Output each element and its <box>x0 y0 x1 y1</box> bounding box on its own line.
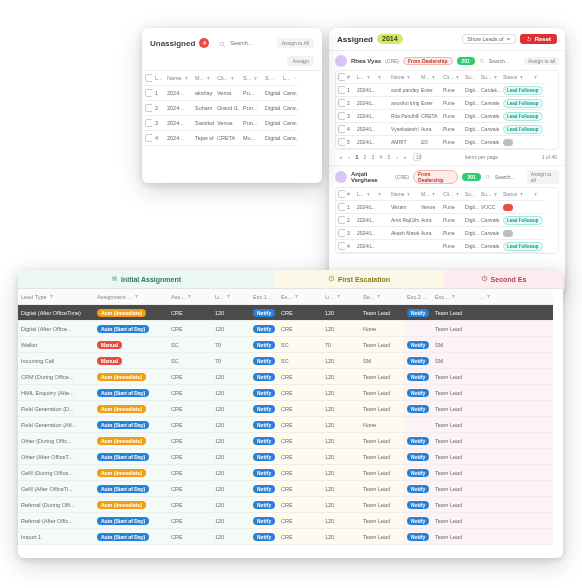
column-header[interactable]: # <box>345 71 355 84</box>
notify-badge[interactable]: Notify <box>407 405 429 413</box>
column-header[interactable]: Name <box>164 71 192 86</box>
column-header[interactable]: So... <box>463 71 479 84</box>
filter-icon[interactable] <box>230 76 235 81</box>
column-header[interactable]: M... <box>419 71 441 84</box>
filter-icon[interactable] <box>336 294 341 299</box>
checkbox[interactable] <box>338 190 345 198</box>
filter-icon[interactable] <box>431 75 436 80</box>
notify-badge[interactable]: Notify <box>407 469 429 477</box>
column-header[interactable]: S... <box>262 71 280 86</box>
cre-search-input[interactable] <box>495 174 523 180</box>
column-header[interactable]: Se... <box>360 289 390 305</box>
cre-search-input[interactable] <box>489 58 517 64</box>
filter-icon[interactable] <box>455 192 460 197</box>
filter-icon[interactable] <box>253 76 258 81</box>
column-header[interactable]: Lead Type <box>18 289 94 305</box>
notify-badge[interactable]: Notify <box>253 389 275 397</box>
filter-icon[interactable] <box>366 192 371 197</box>
pager-buttons[interactable]: «‹12345›»10 <box>337 153 421 161</box>
column-header[interactable]: M... <box>192 71 214 86</box>
column-header[interactable]: Su... <box>479 188 501 201</box>
column-header[interactable]: L... <box>152 71 164 86</box>
checkbox[interactable] <box>145 89 152 97</box>
filter-icon[interactable] <box>226 294 231 299</box>
notify-badge[interactable]: Notify <box>407 517 429 525</box>
notify-badge[interactable]: Notify <box>407 485 429 493</box>
assign-to-all-button[interactable]: Assign to all <box>524 57 559 65</box>
filter-icon[interactable] <box>184 76 189 81</box>
checkbox[interactable] <box>338 203 345 211</box>
column-header[interactable]: S... <box>240 71 262 86</box>
assign-to-all-button[interactable]: Assign to All <box>277 38 314 48</box>
filter-icon[interactable] <box>406 75 411 80</box>
filter-icon[interactable] <box>406 192 411 197</box>
checkbox[interactable] <box>338 216 345 224</box>
filter-icon[interactable] <box>493 192 498 197</box>
notify-badge[interactable]: Notify <box>407 389 429 397</box>
filter-icon[interactable] <box>533 192 538 197</box>
filter-icon[interactable] <box>533 75 538 80</box>
notify-badge[interactable]: Notify <box>253 325 275 333</box>
column-header[interactable]: # <box>345 188 355 201</box>
unassigned-search-input[interactable] <box>230 40 272 46</box>
filter-icon[interactable] <box>451 294 456 299</box>
filter-icon[interactable] <box>187 294 192 299</box>
column-header[interactable] <box>375 71 389 84</box>
filter-icon[interactable] <box>377 75 382 80</box>
column-header[interactable]: Esc.2 ... <box>404 289 432 305</box>
column-header[interactable]: Su... <box>479 71 501 84</box>
column-header[interactable]: L... <box>355 188 375 201</box>
checkbox[interactable] <box>338 125 345 133</box>
column-header[interactable] <box>198 289 212 305</box>
column-header[interactable] <box>308 289 322 305</box>
column-header[interactable] <box>375 188 389 201</box>
filter-icon[interactable] <box>519 192 524 197</box>
notify-badge[interactable]: Notify <box>407 501 429 509</box>
filter-icon[interactable] <box>376 294 381 299</box>
filter-icon[interactable] <box>493 75 498 80</box>
checkbox[interactable] <box>338 112 345 120</box>
notify-badge[interactable]: Notify <box>407 453 429 461</box>
notify-badge[interactable]: Notify <box>253 485 275 493</box>
column-header[interactable]: Ass... <box>168 289 198 305</box>
reset-button[interactable]: Reset <box>520 34 557 44</box>
column-header[interactable]: L... <box>280 71 298 86</box>
notify-badge[interactable]: Notify <box>253 373 275 381</box>
assign-to-all-button[interactable]: Assign to all <box>527 170 559 184</box>
filter-icon[interactable] <box>486 294 491 299</box>
filter-icon[interactable] <box>275 76 277 81</box>
checkbox[interactable] <box>145 119 152 127</box>
assign-button[interactable]: Assign <box>287 56 314 66</box>
column-header[interactable]: L... <box>355 71 375 84</box>
filter-icon[interactable] <box>519 75 524 80</box>
column-header[interactable]: Li... <box>322 289 346 305</box>
column-header[interactable]: Status <box>501 188 531 201</box>
notify-badge[interactable]: Notify <box>253 309 275 317</box>
filter-icon[interactable] <box>431 192 436 197</box>
notify-badge[interactable]: Notify <box>253 421 275 429</box>
checkbox[interactable] <box>338 138 345 146</box>
checkbox[interactable] <box>338 73 345 81</box>
notify-badge[interactable]: Notify <box>253 469 275 477</box>
checkbox[interactable] <box>145 104 152 112</box>
notify-badge[interactable]: Notify <box>407 309 429 317</box>
filter-icon[interactable] <box>134 294 139 299</box>
show-leads-select[interactable]: Show Leads of <box>462 34 515 44</box>
notify-badge[interactable]: Notify <box>407 437 429 445</box>
column-header[interactable] <box>531 188 545 201</box>
notify-badge[interactable]: Notify <box>253 405 275 413</box>
column-header[interactable] <box>462 289 476 305</box>
notify-badge[interactable]: Notify <box>253 517 275 525</box>
column-header[interactable]: Assignment ... <box>94 289 154 305</box>
column-header[interactable]: Esc... <box>432 289 462 305</box>
checkbox[interactable] <box>338 86 345 94</box>
column-header[interactable]: Esc.1 ... <box>250 289 278 305</box>
notify-badge[interactable]: Notify <box>253 357 275 365</box>
column-header[interactable]: Li... <box>212 289 236 305</box>
column-header[interactable] <box>531 71 545 84</box>
checkbox[interactable] <box>145 134 152 142</box>
checkbox[interactable] <box>338 99 345 107</box>
column-header[interactable] <box>154 289 168 305</box>
filter-icon[interactable] <box>293 76 295 81</box>
column-header[interactable]: Clt... <box>441 188 463 201</box>
